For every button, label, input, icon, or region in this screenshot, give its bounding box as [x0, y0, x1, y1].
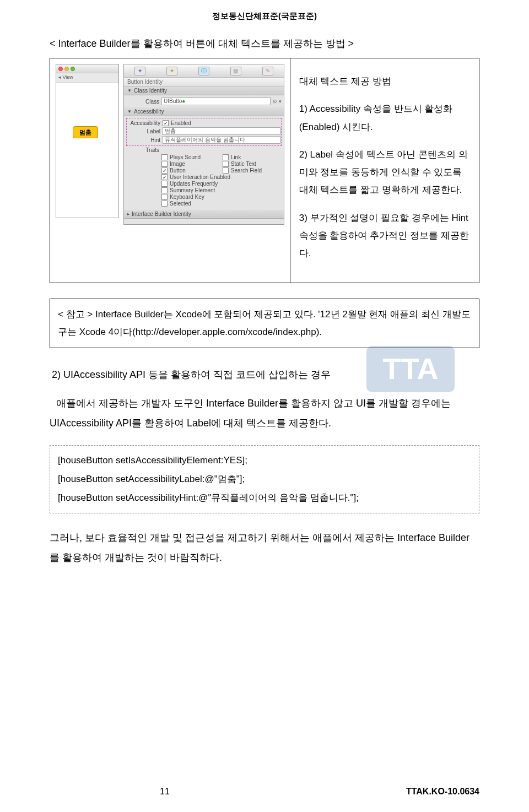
page-number: 11	[160, 787, 170, 797]
trait-checkbox[interactable]	[161, 174, 168, 180]
trait-checkbox[interactable]	[161, 161, 168, 167]
right-p3: 3) 부가적인 설명이 필요할 경우에는 Hint 속성을 활용하여 추가적인 …	[299, 209, 471, 263]
code-line: [houseButton setAccessibilityHint:@"뮤직플레…	[58, 489, 471, 507]
disclosure-triangle-icon: ▼	[127, 109, 132, 114]
inspector-tab-icon[interactable]: ▦	[230, 67, 241, 75]
section-label: Interface Builder Identity	[132, 211, 191, 217]
class-row: Class UIButto● ⊙ ▾	[126, 98, 282, 105]
outer-box: ◂ View 멈춤 ✦ ✦ ⓘ ▦ ✎ Button Identity ▼Cla…	[50, 58, 479, 283]
traits-label: Traits	[126, 147, 159, 153]
inspector-title: Button Identity	[124, 78, 284, 86]
hint-row: Hint 뮤직플레이어의 음악을 멈춥니다	[127, 136, 280, 144]
enabled-checkbox[interactable]	[163, 120, 169, 126]
inspector-panel: ✦ ✦ ⓘ ▦ ✎ Button Identity ▼Class Identit…	[123, 64, 284, 225]
code-line: [houseButton setAccessibilityLabel:@"멈춤"…	[58, 470, 471, 489]
class-label: Class	[126, 99, 159, 105]
view-label: View	[63, 74, 73, 80]
inspector-tab-icon[interactable]: ✎	[262, 67, 273, 75]
description-cell: 대체 텍스트 제공 방법 1) Accessibility 속성을 반드시 활성…	[290, 58, 479, 283]
view-bar: ◂ View	[56, 73, 118, 83]
acc-label: Accessibility	[127, 120, 160, 126]
trait-label: Image	[170, 161, 185, 167]
enabled-text: Enabled	[171, 120, 191, 126]
accessibility-highlight: Accessibility Enabled Label 멈춤 Hint 뮤직플레…	[126, 118, 282, 146]
stop-button[interactable]: 멈춤	[73, 126, 98, 138]
section-class-identity[interactable]: ▼Class Identity	[124, 86, 284, 95]
trait-label: Search Field	[231, 167, 262, 174]
trait-checkbox[interactable]	[161, 187, 168, 193]
trait-checkbox[interactable]	[223, 161, 229, 167]
trait-label: Button	[170, 167, 186, 174]
traffic-yellow-icon	[64, 67, 69, 71]
trait-label: Summary Element	[170, 187, 215, 193]
label-label: Label	[127, 128, 160, 134]
section-label: Class Identity	[134, 88, 167, 94]
disclosure-triangle-icon: ▼	[127, 88, 132, 93]
trait-label: Selected	[170, 201, 191, 207]
trait-label: Static Text	[231, 161, 256, 167]
doc-code: TTAK.KO-10.0634	[406, 787, 479, 797]
screenshot-cell: ◂ View 멈춤 ✦ ✦ ⓘ ▦ ✎ Button Identity ▼Cla…	[50, 58, 290, 283]
sim-body: 멈춤	[56, 83, 118, 218]
label-field[interactable]: 멈춤	[163, 127, 280, 135]
trait-checkbox[interactable]	[223, 167, 229, 174]
sim-titlebar	[56, 64, 118, 73]
traits-row: Traits	[126, 147, 282, 153]
traffic-green-icon	[71, 67, 75, 71]
section-accessibility[interactable]: ▼Accessibility	[124, 107, 284, 116]
trait-checkbox[interactable]	[161, 181, 168, 187]
class-value: UIButto	[164, 98, 182, 104]
section-title: < Interface Builder를 활용하여 버튼에 대체 텍스트를 제공…	[50, 37, 479, 50]
trait-label: User Interaction Enabled	[170, 174, 230, 180]
trait-checkbox[interactable]	[223, 154, 229, 160]
footer: 11 TTAK.KO-10.0634	[50, 787, 479, 797]
disclosure-triangle-icon: ▸	[127, 212, 129, 216]
inspector-tab-icon[interactable]: ⓘ	[198, 67, 209, 75]
trait-label: Keyboard Key	[170, 194, 204, 200]
inspector-tabs: ✦ ✦ ⓘ ▦ ✎	[124, 64, 284, 78]
note-box: < 참고 > Interface Builder는 Xcode에 포함되어 제공…	[50, 299, 479, 349]
trait-label: Link	[231, 154, 241, 160]
inspector-tab-icon[interactable]: ✦	[166, 67, 177, 75]
trait-label: Plays Sound	[170, 154, 201, 160]
closing-para: 그러나, 보다 효율적인 개발 및 접근성을 제고하기 위해서는 애플에서 제공…	[50, 528, 479, 567]
class-field[interactable]: UIButto●	[161, 98, 271, 105]
hint-label: Hint	[127, 137, 160, 143]
hint-field[interactable]: 뮤직플레이어의 음악을 멈춥니다	[163, 136, 280, 144]
section-ib-identity[interactable]: ▸Interface Builder Identity	[124, 210, 284, 219]
label-row: Label 멈춤	[127, 127, 280, 135]
right-heading: 대체 텍스트 제공 방법	[299, 73, 471, 90]
right-p1: 1) Accessibility 속성을 반드시 활성화(Enabled) 시킨…	[299, 100, 471, 136]
trait-checkbox[interactable]	[161, 167, 168, 174]
trait-checkbox[interactable]	[161, 194, 168, 200]
traffic-red-icon	[58, 67, 63, 71]
simulator-window: ◂ View 멈춤	[56, 64, 119, 218]
stepper-icon[interactable]: ⊙ ▾	[273, 99, 282, 104]
right-p2: 2) Label 속성에 텍스트 아닌 콘텐츠의 의미와 정보를 동등하게 인식…	[299, 146, 471, 199]
inspector-tab-icon[interactable]: ✦	[134, 67, 145, 75]
section2-para: 애플에서 제공하는 개발자 도구인 Interface Builder를 활용하…	[50, 393, 479, 433]
code-box: [houseButton setIsAccessibilityElement:Y…	[50, 445, 479, 513]
accessibility-enabled-row: Accessibility Enabled	[127, 120, 280, 126]
section2-title: 2) UIAccessibility API 등을 활용하여 직접 코드에 삽입…	[52, 368, 479, 381]
code-line: [houseButton setIsAccessibilityElement:Y…	[58, 451, 471, 470]
trait-label: Updates Frequently	[170, 181, 218, 187]
section-label: Accessibility	[134, 109, 164, 115]
traits-grid: Plays Sound Link Image Static Text Butto…	[161, 154, 282, 207]
page-header: 정보통신단체표준(국문표준)	[50, 11, 479, 21]
trait-checkbox[interactable]	[161, 201, 168, 207]
trait-checkbox[interactable]	[161, 154, 168, 160]
